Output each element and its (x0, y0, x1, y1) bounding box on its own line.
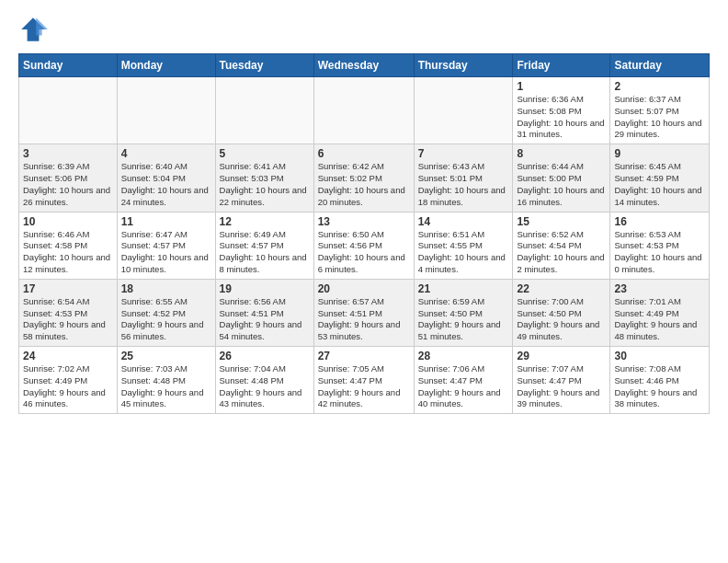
header (18, 15, 710, 44)
logo (18, 15, 51, 44)
day-number: 3 (23, 147, 113, 160)
calendar-cell (414, 77, 513, 144)
day-info: Sunrise: 6:59 AM Sunset: 4:50 PM Dayligh… (418, 296, 509, 343)
calendar-week-4: 24Sunrise: 7:02 AM Sunset: 4:49 PM Dayli… (19, 347, 710, 414)
day-info: Sunrise: 7:05 AM Sunset: 4:47 PM Dayligh… (318, 363, 410, 410)
calendar-cell: 4Sunrise: 6:40 AM Sunset: 5:04 PM Daylig… (117, 144, 215, 212)
logo-icon (18, 15, 48, 44)
day-number: 20 (318, 282, 410, 295)
day-info: Sunrise: 6:57 AM Sunset: 4:51 PM Dayligh… (318, 296, 410, 343)
calendar-cell: 10Sunrise: 6:46 AM Sunset: 4:58 PM Dayli… (19, 212, 118, 279)
calendar-cell: 13Sunrise: 6:50 AM Sunset: 4:56 PM Dayli… (313, 212, 414, 279)
day-number: 25 (121, 350, 211, 362)
day-number: 8 (517, 147, 606, 160)
day-number: 16 (614, 215, 705, 228)
calendar-cell: 5Sunrise: 6:41 AM Sunset: 5:03 PM Daylig… (215, 144, 313, 212)
day-number: 28 (418, 350, 509, 362)
day-number: 9 (614, 147, 705, 160)
day-number: 7 (418, 147, 509, 160)
day-info: Sunrise: 7:06 AM Sunset: 4:47 PM Dayligh… (418, 363, 509, 410)
calendar-cell: 14Sunrise: 6:51 AM Sunset: 4:55 PM Dayli… (414, 212, 513, 279)
calendar-cell: 21Sunrise: 6:59 AM Sunset: 4:50 PM Dayli… (414, 279, 513, 346)
calendar-cell: 22Sunrise: 7:00 AM Sunset: 4:50 PM Dayli… (513, 279, 610, 346)
col-header-wednesday: Wednesday (313, 54, 414, 77)
day-info: Sunrise: 7:04 AM Sunset: 4:48 PM Dayligh… (220, 363, 310, 410)
day-number: 5 (220, 147, 310, 160)
day-number: 19 (220, 282, 310, 295)
col-header-saturday: Saturday (610, 54, 710, 77)
calendar-cell: 28Sunrise: 7:06 AM Sunset: 4:47 PM Dayli… (414, 347, 513, 414)
calendar-cell: 6Sunrise: 6:42 AM Sunset: 5:02 PM Daylig… (313, 144, 414, 212)
calendar-cell: 11Sunrise: 6:47 AM Sunset: 4:57 PM Dayli… (117, 212, 215, 279)
day-number: 12 (220, 215, 310, 228)
day-info: Sunrise: 7:07 AM Sunset: 4:47 PM Dayligh… (517, 363, 606, 410)
day-info: Sunrise: 6:43 AM Sunset: 5:01 PM Dayligh… (418, 161, 509, 208)
day-info: Sunrise: 6:46 AM Sunset: 4:58 PM Dayligh… (23, 229, 113, 276)
day-number: 22 (517, 282, 606, 295)
calendar-cell: 26Sunrise: 7:04 AM Sunset: 4:48 PM Dayli… (215, 347, 313, 414)
calendar-header-row: SundayMondayTuesdayWednesdayThursdayFrid… (19, 54, 710, 77)
day-number: 11 (121, 215, 211, 228)
day-number: 30 (614, 350, 705, 362)
day-info: Sunrise: 6:55 AM Sunset: 4:52 PM Dayligh… (121, 296, 211, 343)
calendar-week-1: 3Sunrise: 6:39 AM Sunset: 5:06 PM Daylig… (19, 144, 710, 212)
calendar-cell: 9Sunrise: 6:45 AM Sunset: 4:59 PM Daylig… (610, 144, 710, 212)
calendar-cell: 18Sunrise: 6:55 AM Sunset: 4:52 PM Dayli… (117, 279, 215, 346)
calendar-cell: 16Sunrise: 6:53 AM Sunset: 4:53 PM Dayli… (610, 212, 710, 279)
day-number: 26 (220, 350, 310, 362)
day-number: 1 (517, 80, 606, 93)
day-info: Sunrise: 7:01 AM Sunset: 4:49 PM Dayligh… (614, 296, 705, 343)
day-info: Sunrise: 6:42 AM Sunset: 5:02 PM Dayligh… (318, 161, 410, 208)
calendar-cell: 12Sunrise: 6:49 AM Sunset: 4:57 PM Dayli… (215, 212, 313, 279)
day-number: 21 (418, 282, 509, 295)
day-info: Sunrise: 6:39 AM Sunset: 5:06 PM Dayligh… (23, 161, 113, 208)
day-info: Sunrise: 7:08 AM Sunset: 4:46 PM Dayligh… (614, 363, 705, 410)
calendar-week-2: 10Sunrise: 6:46 AM Sunset: 4:58 PM Dayli… (19, 212, 710, 279)
day-number: 14 (418, 215, 509, 228)
day-info: Sunrise: 6:41 AM Sunset: 5:03 PM Dayligh… (220, 161, 310, 208)
calendar-cell: 3Sunrise: 6:39 AM Sunset: 5:06 PM Daylig… (19, 144, 118, 212)
col-header-tuesday: Tuesday (215, 54, 313, 77)
calendar-cell (19, 77, 118, 144)
calendar-cell: 30Sunrise: 7:08 AM Sunset: 4:46 PM Dayli… (610, 347, 710, 414)
day-info: Sunrise: 6:52 AM Sunset: 4:54 PM Dayligh… (517, 229, 606, 276)
calendar-cell: 29Sunrise: 7:07 AM Sunset: 4:47 PM Dayli… (513, 347, 610, 414)
col-header-friday: Friday (513, 54, 610, 77)
calendar-cell: 2Sunrise: 6:37 AM Sunset: 5:07 PM Daylig… (610, 77, 710, 144)
calendar-cell (215, 77, 313, 144)
day-number: 4 (121, 147, 211, 160)
calendar-cell: 20Sunrise: 6:57 AM Sunset: 4:51 PM Dayli… (313, 279, 414, 346)
day-info: Sunrise: 6:54 AM Sunset: 4:53 PM Dayligh… (23, 296, 113, 343)
calendar-cell: 19Sunrise: 6:56 AM Sunset: 4:51 PM Dayli… (215, 279, 313, 346)
col-header-sunday: Sunday (19, 54, 118, 77)
day-info: Sunrise: 6:37 AM Sunset: 5:07 PM Dayligh… (614, 94, 705, 141)
calendar-cell: 25Sunrise: 7:03 AM Sunset: 4:48 PM Dayli… (117, 347, 215, 414)
day-number: 13 (318, 215, 410, 228)
day-info: Sunrise: 6:40 AM Sunset: 5:04 PM Dayligh… (121, 161, 211, 208)
calendar-cell (117, 77, 215, 144)
calendar-cell: 23Sunrise: 7:01 AM Sunset: 4:49 PM Dayli… (610, 279, 710, 346)
col-header-thursday: Thursday (414, 54, 513, 77)
day-number: 27 (318, 350, 410, 362)
calendar-cell: 24Sunrise: 7:02 AM Sunset: 4:49 PM Dayli… (19, 347, 118, 414)
day-number: 15 (517, 215, 606, 228)
day-number: 17 (23, 282, 113, 295)
page: SundayMondayTuesdayWednesdayThursdayFrid… (0, 0, 728, 563)
day-number: 6 (318, 147, 410, 160)
calendar-cell: 1Sunrise: 6:36 AM Sunset: 5:08 PM Daylig… (513, 77, 610, 144)
calendar-cell (313, 77, 414, 144)
day-info: Sunrise: 7:02 AM Sunset: 4:49 PM Dayligh… (23, 363, 113, 410)
day-number: 29 (517, 350, 606, 362)
calendar-week-0: 1Sunrise: 6:36 AM Sunset: 5:08 PM Daylig… (19, 77, 710, 144)
col-header-monday: Monday (117, 54, 215, 77)
day-info: Sunrise: 6:44 AM Sunset: 5:00 PM Dayligh… (517, 161, 606, 208)
day-number: 10 (23, 215, 113, 228)
day-number: 24 (23, 350, 113, 362)
day-info: Sunrise: 6:49 AM Sunset: 4:57 PM Dayligh… (220, 229, 310, 276)
calendar-cell: 15Sunrise: 6:52 AM Sunset: 4:54 PM Dayli… (513, 212, 610, 279)
day-number: 18 (121, 282, 211, 295)
day-info: Sunrise: 6:45 AM Sunset: 4:59 PM Dayligh… (614, 161, 705, 208)
calendar-cell: 8Sunrise: 6:44 AM Sunset: 5:00 PM Daylig… (513, 144, 610, 212)
calendar-cell: 17Sunrise: 6:54 AM Sunset: 4:53 PM Dayli… (19, 279, 118, 346)
calendar-cell: 27Sunrise: 7:05 AM Sunset: 4:47 PM Dayli… (313, 347, 414, 414)
